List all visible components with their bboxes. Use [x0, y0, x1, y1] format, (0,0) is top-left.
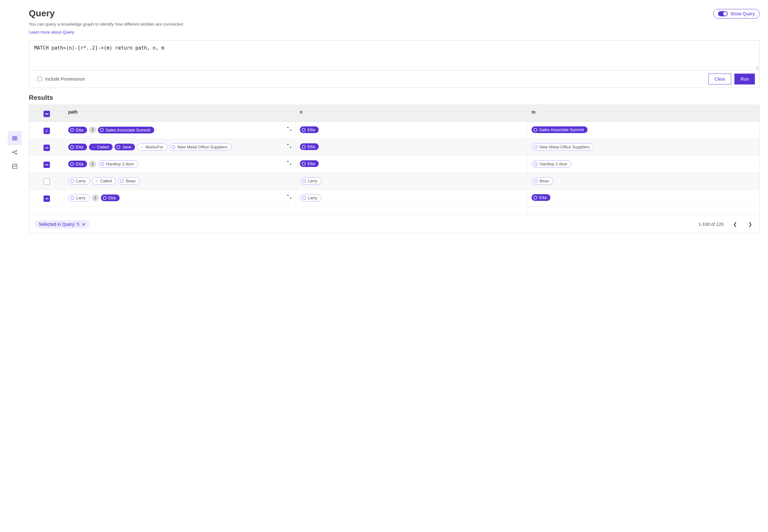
- node-chip[interactable]: Etta: [300, 160, 319, 167]
- chip-label: Etta: [76, 145, 83, 149]
- table-icon: [12, 135, 18, 141]
- table-row: ━Etta3Hardtop 2-doorEttaHardtop 2-door: [29, 156, 759, 173]
- node-dot-icon: [70, 196, 74, 200]
- node-chip[interactable]: Larry: [68, 177, 90, 185]
- chip-label: Beau: [540, 179, 549, 183]
- chip-label: Etta: [76, 128, 83, 132]
- col-path[interactable]: path: [64, 105, 296, 122]
- node-dot-icon: [70, 145, 74, 149]
- row-checkbox[interactable]: ━: [44, 162, 50, 168]
- edge-chip[interactable]: →Called: [89, 144, 113, 150]
- node-chip[interactable]: Etta: [68, 127, 87, 133]
- select-all-checkbox[interactable]: ━: [44, 111, 50, 117]
- node-chip[interactable]: Larry: [300, 177, 322, 185]
- selected-chip[interactable]: Selected in Query: 5 ✕: [35, 220, 89, 228]
- arrow-icon: →: [139, 145, 143, 149]
- clear-button[interactable]: Clear: [708, 74, 731, 84]
- chip-label: Hardtop 2-door: [540, 162, 567, 166]
- node-chip[interactable]: Hardtop 2-door: [98, 160, 138, 168]
- expand-icon[interactable]: [287, 194, 292, 200]
- page-range: 1-100 of 120: [698, 222, 724, 227]
- node-chip[interactable]: Sales Associate Summit: [98, 127, 154, 133]
- expand-icon[interactable]: [287, 160, 292, 166]
- node-dot-icon: [100, 162, 104, 166]
- node-dot-icon: [302, 145, 306, 149]
- show-query-label: Show Query: [730, 11, 755, 16]
- node-chip[interactable]: Etta: [300, 126, 319, 133]
- chip-label: Beau: [126, 179, 135, 183]
- tab-table[interactable]: [8, 131, 22, 145]
- results-table: ━ path n m ✓Etta3Sales Associate SummitE…: [29, 105, 760, 233]
- node-dot-icon: [70, 179, 74, 183]
- row-checkbox[interactable]: ✓: [44, 128, 50, 134]
- show-query-toggle[interactable]: Show Query: [713, 9, 760, 19]
- svg-rect-0: [12, 136, 17, 140]
- chip-label: Etta: [308, 162, 315, 166]
- prev-page-button[interactable]: ❮: [732, 221, 739, 228]
- node-chip[interactable]: Jane: [115, 144, 135, 150]
- chip-label: Etta: [108, 196, 116, 200]
- chip-label: Larry: [308, 196, 317, 200]
- arrow-icon: →: [91, 145, 95, 149]
- chip-label: WorksFor: [145, 145, 163, 149]
- chip-label: New Metal Office Suppliers: [177, 145, 228, 149]
- node-dot-icon: [120, 179, 124, 183]
- chip-label: Sales Associate Summit: [106, 128, 150, 132]
- table-row: ━Larry3EttaLarryEtta: [29, 190, 759, 207]
- node-dot-icon: [302, 179, 306, 183]
- results-title: Results: [29, 94, 760, 101]
- node-chip[interactable]: Sales Associate Summit: [532, 126, 588, 133]
- col-n[interactable]: n: [296, 105, 528, 122]
- node-chip[interactable]: New Metal Office Suppliers: [532, 143, 594, 151]
- node-dot-icon: [172, 145, 175, 149]
- node-chip[interactable]: Beau: [118, 177, 140, 185]
- svg-line-8: [13, 151, 16, 152]
- node-chip[interactable]: Hardtop 2-door: [532, 160, 572, 168]
- selected-label: Selected in Query: 5: [39, 222, 79, 227]
- node-dot-icon: [533, 128, 537, 132]
- edge-chip[interactable]: →WorksFor: [137, 143, 167, 151]
- node-chip[interactable]: Beau: [532, 177, 553, 185]
- tab-chart[interactable]: [8, 159, 22, 173]
- chip-label: Etta: [76, 162, 83, 166]
- node-chip[interactable]: New Metal Office Suppliers: [169, 143, 232, 151]
- chip-label: Etta: [308, 145, 315, 149]
- node-chip[interactable]: Larry: [68, 194, 90, 202]
- row-checkbox[interactable]: ━: [44, 195, 50, 202]
- run-button[interactable]: Run: [734, 74, 755, 84]
- toggle-switch-icon: [718, 11, 728, 16]
- next-page-button[interactable]: ❯: [747, 221, 754, 228]
- node-dot-icon: [70, 128, 74, 132]
- page-title: Query: [29, 8, 184, 19]
- page-subtitle: You can query a knowledge graph to ident…: [29, 22, 184, 27]
- include-provenance-label: Include Provenance: [45, 76, 85, 82]
- row-checkbox[interactable]: ━: [44, 145, 50, 151]
- expand-icon[interactable]: [287, 126, 292, 132]
- node-chip[interactable]: Larry: [300, 194, 322, 202]
- node-chip[interactable]: Etta: [68, 144, 87, 150]
- col-m[interactable]: m: [528, 105, 759, 122]
- checkbox-icon: [37, 77, 42, 81]
- node-chip[interactable]: Etta: [300, 143, 319, 150]
- expand-icon[interactable]: [287, 143, 292, 149]
- chip-label: Larry: [308, 179, 317, 183]
- row-checkbox[interactable]: [44, 179, 50, 185]
- query-input[interactable]: MATCH path=(n)-[r*..2]->(m) return path,…: [29, 41, 759, 70]
- learn-more-link[interactable]: Learn more about Query: [29, 30, 74, 35]
- edge-chip[interactable]: →Called: [92, 177, 116, 185]
- resize-icon[interactable]: [756, 66, 759, 69]
- node-dot-icon: [533, 196, 537, 200]
- clear-selection-icon[interactable]: ✕: [82, 222, 85, 227]
- chip-label: Etta: [308, 128, 315, 132]
- include-provenance-checkbox[interactable]: Include Provenance: [37, 76, 85, 82]
- node-dot-icon: [70, 162, 74, 166]
- chip-label: Etta: [539, 195, 547, 200]
- table-row: ✓Etta3Sales Associate SummitEttaSales As…: [29, 122, 759, 139]
- svg-line-9: [13, 153, 16, 154]
- node-dot-icon: [302, 196, 306, 200]
- node-chip[interactable]: Etta: [101, 195, 120, 201]
- count-badge: 3: [89, 161, 96, 168]
- node-chip[interactable]: Etta: [68, 161, 87, 167]
- node-chip[interactable]: Etta: [532, 194, 550, 201]
- tab-graph[interactable]: [8, 145, 22, 159]
